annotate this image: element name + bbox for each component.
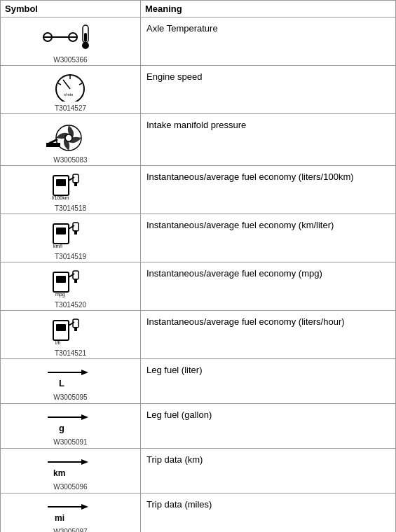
header-meaning: Meaning <box>141 1 396 18</box>
svg-rect-35 <box>56 324 66 331</box>
symbol-icon: l/100km T3014518 <box>4 170 137 212</box>
table-row: W3005083Intake manifold pressure <box>1 114 396 166</box>
table-row: km/l T3014519Instantaneous/average fuel … <box>1 214 396 262</box>
svg-rect-37 <box>73 319 78 328</box>
svg-text:r/min: r/min <box>64 92 73 97</box>
symbol-cell: W3005366 <box>1 18 141 66</box>
svg-text:mi: mi <box>55 513 64 523</box>
symbol-cell: mi W3005097 <box>1 493 141 533</box>
svg-rect-32 <box>74 279 77 283</box>
symbol-code: T3014527 <box>55 104 86 112</box>
table-row: l/100km T3014518Instantaneous/average fu… <box>1 166 396 214</box>
table-row: l/h T3014521Instantaneous/average fuel e… <box>1 311 396 359</box>
symbol-code: W3005091 <box>53 438 87 446</box>
symbol-icon: km/l T3014519 <box>4 218 137 260</box>
table-row: km W3005096Trip data (km) <box>1 449 396 493</box>
symbol-cell: r/min T3014527 <box>1 66 141 114</box>
svg-text:km/l: km/l <box>53 244 62 248</box>
symbol-cell: l/100km T3014518 <box>1 166 141 214</box>
svg-text:mpg: mpg <box>55 292 65 298</box>
table-row: r/min T3014527Engine speed <box>1 66 396 114</box>
symbol-cell: L W3005095 <box>1 359 141 404</box>
symbols-table: Symbol Meaning W3005366Axle Temperature <box>0 0 396 532</box>
symbol-code: W3005366 <box>53 56 87 64</box>
meaning-cell: Leg fuel (liter) <box>141 359 396 404</box>
symbol-cell: mpg T3014520 <box>1 262 141 311</box>
symbol-code: W3005096 <box>53 483 87 491</box>
table-row: W3005366Axle Temperature <box>1 18 396 66</box>
svg-marker-44 <box>81 414 88 420</box>
symbol-cell: l/h T3014521 <box>1 311 141 359</box>
symbol-code: W3005083 <box>53 156 87 164</box>
symbol-icon: l/h T3014521 <box>4 315 137 357</box>
svg-point-13 <box>65 134 72 141</box>
meaning-cell: Instantaneous/average fuel economy (mpg) <box>141 262 396 311</box>
svg-rect-20 <box>74 182 77 186</box>
svg-line-18 <box>69 177 74 181</box>
svg-text:L: L <box>59 378 64 388</box>
symbol-icon: W3005083 <box>4 118 137 164</box>
svg-rect-29 <box>56 276 66 283</box>
symbol-icon: mpg T3014520 <box>4 267 137 309</box>
meaning-cell: Leg fuel (gallon) <box>141 404 396 449</box>
symbol-code: T3014519 <box>55 253 86 260</box>
svg-text:l/h: l/h <box>55 340 61 345</box>
svg-text:l/100km: l/100km <box>52 195 69 200</box>
svg-rect-31 <box>73 271 78 279</box>
table-row: g W3005091Leg fuel (gallon) <box>1 404 396 449</box>
svg-rect-25 <box>73 223 78 231</box>
svg-text:km: km <box>53 468 65 478</box>
symbol-icon: W3005366 <box>4 22 137 64</box>
symbol-code: T3014518 <box>55 204 86 212</box>
table-row: mpg T3014520Instantaneous/average fuel e… <box>1 262 396 311</box>
meaning-cell: Intake manifold pressure <box>141 114 396 166</box>
meaning-cell: Axle Temperature <box>141 18 396 66</box>
svg-line-30 <box>69 274 74 277</box>
svg-marker-41 <box>81 370 88 375</box>
svg-line-24 <box>69 225 74 229</box>
meaning-cell: Instantaneous/average fuel economy (lite… <box>141 311 396 359</box>
symbol-code: T3014521 <box>55 349 86 357</box>
symbol-code: W3005095 <box>53 393 87 401</box>
meaning-cell: Instantaneous/average fuel economy (lite… <box>141 166 396 214</box>
symbol-cell: g W3005091 <box>1 404 141 449</box>
symbol-icon: g W3005091 <box>4 408 137 447</box>
svg-point-5 <box>82 42 89 49</box>
symbol-code: T3014520 <box>55 301 86 309</box>
meaning-cell: Trip data (miles) <box>141 493 396 533</box>
meaning-cell: Instantaneous/average fuel economy (km/l… <box>141 214 396 262</box>
svg-rect-17 <box>56 179 66 186</box>
svg-rect-38 <box>74 327 77 331</box>
symbol-icon: L W3005095 <box>4 363 137 402</box>
symbol-icon: km W3005096 <box>4 453 137 491</box>
symbol-cell: W3005083 <box>1 114 141 166</box>
svg-text:g: g <box>59 423 64 433</box>
svg-line-36 <box>69 322 74 326</box>
symbol-cell: km/l T3014519 <box>1 214 141 262</box>
svg-rect-4 <box>84 33 87 42</box>
svg-rect-19 <box>73 174 78 183</box>
svg-line-9 <box>79 83 82 85</box>
symbol-code: W3005097 <box>53 528 87 532</box>
meaning-cell: Engine speed <box>141 66 396 114</box>
svg-rect-23 <box>56 227 66 234</box>
symbol-icon: r/min T3014527 <box>4 70 137 112</box>
symbol-icon: mi W3005097 <box>4 498 137 532</box>
svg-marker-47 <box>81 459 88 465</box>
svg-marker-50 <box>81 504 88 510</box>
symbol-cell: km W3005096 <box>1 449 141 493</box>
meaning-cell: Trip data (km) <box>141 449 396 493</box>
table-row: mi W3005097Trip data (miles) <box>1 493 396 533</box>
svg-line-8 <box>58 83 61 85</box>
svg-rect-26 <box>74 230 77 234</box>
header-symbol: Symbol <box>1 1 141 18</box>
svg-line-10 <box>63 80 70 89</box>
table-row: L W3005095Leg fuel (liter) <box>1 359 396 404</box>
